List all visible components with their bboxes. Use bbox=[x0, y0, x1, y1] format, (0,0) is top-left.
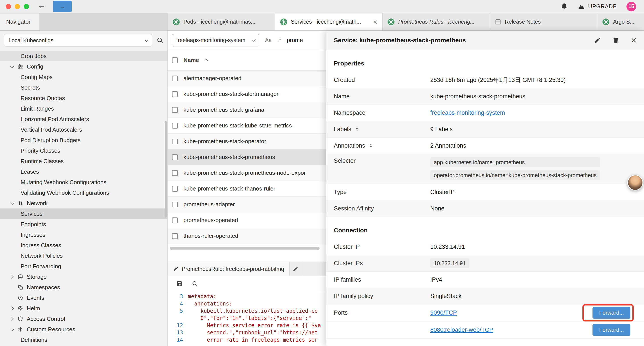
namespace-link[interactable]: freeleaps-monitoring-system bbox=[430, 109, 505, 116]
editor-search-icon[interactable] bbox=[192, 281, 198, 287]
expand-sort-icon[interactable] bbox=[368, 143, 374, 148]
horizontal-scrollbar-thumb[interactable] bbox=[170, 247, 320, 250]
sort-ascending-icon[interactable] bbox=[204, 58, 208, 62]
navigator-panel-tab[interactable]: Navigator bbox=[0, 13, 40, 30]
sidebar-item-secrets[interactable]: Secrets bbox=[0, 82, 168, 93]
sidebar-item-pod-disruption-budgets[interactable]: Pod Disruption Budgets bbox=[0, 135, 168, 145]
close-tab-icon[interactable]: × bbox=[373, 18, 378, 26]
select-all-checkbox[interactable] bbox=[172, 57, 178, 63]
sidebar-item-events[interactable]: Events bbox=[0, 293, 168, 303]
sidebar-item-helm[interactable]: Helm bbox=[0, 303, 168, 314]
row-checkbox[interactable] bbox=[172, 170, 178, 176]
kubeconfig-select[interactable]: Local Kubeconfigs bbox=[4, 34, 152, 46]
sidebar-item-validating-webhook-configurations[interactable]: Validating Webhook Configurations bbox=[0, 187, 168, 198]
chevron-right-icon bbox=[10, 317, 14, 321]
save-icon[interactable] bbox=[176, 280, 183, 287]
table-row[interactable]: kube-prometheus-stack-operator bbox=[168, 134, 326, 149]
close-icon[interactable]: × bbox=[631, 35, 636, 45]
sidebar-item-ingress-classes[interactable]: Ingress Classes bbox=[0, 240, 168, 251]
sidebar-item-horizontal-pod-autoscalers[interactable]: Horizontal Pod Autoscalers bbox=[0, 114, 168, 124]
sidebar-item-definitions[interactable]: Definitions bbox=[0, 335, 168, 345]
row-checkbox[interactable] bbox=[172, 154, 178, 160]
detail-row-ip-family-policy: IP family policy SingleStack bbox=[326, 288, 644, 304]
table-header: Name bbox=[168, 50, 326, 70]
tab-argo[interactable]: Argo S... bbox=[597, 13, 644, 30]
sidebar-item-resource-quotas[interactable]: Resource Quotas bbox=[0, 93, 168, 103]
notification-count-badge[interactable]: 15 bbox=[626, 2, 636, 11]
tab-release-notes[interactable]: Release Notes bbox=[490, 13, 597, 30]
sidebar-item-config[interactable]: Config bbox=[0, 61, 168, 72]
notification-bell-icon[interactable] bbox=[560, 3, 568, 10]
sidebar-item-cron-jobs[interactable]: Cron Jobs bbox=[0, 51, 168, 61]
dock-tab-prometheusrule[interactable]: PrometheusRule: freeleaps-prod-rabbitmq bbox=[168, 262, 290, 276]
row-checkbox[interactable] bbox=[172, 91, 178, 97]
sidebar-item-services[interactable]: Services bbox=[0, 209, 168, 219]
row-checkbox[interactable] bbox=[172, 139, 178, 144]
editor-code[interactable]: metadata: annotations: kubectl.kubernete… bbox=[188, 293, 326, 346]
yaml-editor[interactable]: 3 4 5 12 13 14 metadata: annotations: ku… bbox=[168, 291, 326, 346]
trash-icon[interactable] bbox=[612, 37, 620, 44]
maximize-window-button[interactable] bbox=[24, 4, 29, 9]
name-column-header[interactable]: Name bbox=[184, 57, 199, 63]
match-case-toggle[interactable]: Aa bbox=[265, 37, 272, 43]
sidebar-item-namespaces[interactable]: Namespaces bbox=[0, 282, 168, 293]
sidebar-item-network-policies[interactable]: Network Policies bbox=[0, 251, 168, 261]
row-checkbox[interactable] bbox=[172, 186, 178, 192]
navigator-title: Navigator bbox=[6, 18, 30, 25]
table-row[interactable]: prometheus-operated bbox=[168, 212, 326, 228]
dock-tab-partial[interactable] bbox=[290, 262, 302, 276]
table-row[interactable]: kube-prometheus-stack-grafana bbox=[168, 102, 326, 118]
sidebar-item-network[interactable]: Network bbox=[0, 198, 168, 209]
table-row[interactable]: kube-prometheus-stack-thanos-ruler bbox=[168, 181, 326, 197]
port-link[interactable]: 9090/TCP bbox=[430, 310, 457, 316]
table-row[interactable]: kube-prometheus-stack-alertmanager bbox=[168, 86, 326, 102]
table-row[interactable]: kube-prometheus-stack-prometheus-node-ex… bbox=[168, 165, 326, 181]
section-title-properties: Properties bbox=[334, 60, 636, 67]
edit-pencil-icon[interactable] bbox=[594, 37, 601, 44]
sidebar-item-config-maps[interactable]: Config Maps bbox=[0, 72, 168, 82]
minimize-window-button[interactable] bbox=[15, 4, 20, 9]
sidebar-item-leases[interactable]: Leases bbox=[0, 166, 168, 177]
sidebar-item-limit-ranges[interactable]: Limit Ranges bbox=[0, 103, 168, 114]
forward-icon[interactable]: → bbox=[53, 1, 72, 12]
row-checkbox[interactable] bbox=[172, 123, 178, 129]
table-row[interactable]: prometheus-adapter bbox=[168, 197, 326, 212]
tab-prometheus-rules[interactable]: Prometheus Rules - icecheng... bbox=[382, 13, 490, 30]
row-checkbox[interactable] bbox=[172, 75, 178, 81]
row-checkbox[interactable] bbox=[172, 233, 178, 239]
close-window-button[interactable] bbox=[6, 4, 11, 9]
search-query-text[interactable]: prome bbox=[287, 37, 303, 43]
sidebar-item-priority-classes[interactable]: Priority Classes bbox=[0, 145, 168, 156]
forward-button[interactable]: Forward... bbox=[592, 324, 630, 336]
regex-toggle[interactable]: .* bbox=[278, 37, 281, 43]
back-icon[interactable]: ← bbox=[38, 1, 46, 12]
row-checkbox[interactable] bbox=[172, 107, 178, 113]
sidebar-item-port-forwarding[interactable]: Port Forwarding bbox=[0, 261, 168, 272]
user-avatar[interactable] bbox=[627, 175, 643, 191]
sidebar-item-mutating-webhook-configurations[interactable]: Mutating Webhook Configurations bbox=[0, 177, 168, 187]
sidebar-item-endpoints[interactable]: Endpoints bbox=[0, 219, 168, 230]
upgrade-button[interactable]: UPGRADE bbox=[578, 3, 617, 10]
sidebar-search-icon[interactable] bbox=[156, 37, 164, 44]
table-row[interactable]: kube-prometheus-stack-kube-state-metrics bbox=[168, 118, 326, 134]
expand-sort-icon[interactable] bbox=[354, 127, 360, 132]
sidebar-item-ingresses[interactable]: Ingresses bbox=[0, 230, 168, 240]
namespace-select[interactable]: freeleaps-monitoring-system bbox=[172, 34, 259, 46]
service-detail-panel: Service: kube-prometheus-stack-prometheu… bbox=[326, 31, 644, 346]
detail-row-ports: Ports 9090/TCP Forward... 8080:reloader-… bbox=[326, 304, 644, 339]
port-link[interactable]: 8080:reloader-web/TCP bbox=[430, 327, 493, 333]
table-row-selected[interactable]: kube-prometheus-stack-prometheus bbox=[168, 149, 326, 165]
forward-button[interactable]: Forward... bbox=[592, 307, 630, 319]
row-checkbox[interactable] bbox=[172, 217, 178, 223]
tab-pods[interactable]: Pods - icecheng@mathmas... bbox=[168, 13, 275, 30]
sidebar-item-vertical-pod-autoscalers[interactable]: Vertical Pod Autoscalers bbox=[0, 124, 168, 135]
sidebar-item-access-control[interactable]: Access Control bbox=[0, 314, 168, 324]
sidebar-item-custom-resources[interactable]: Custom Resources bbox=[0, 324, 168, 335]
sidebar-scrollbar[interactable] bbox=[164, 121, 167, 217]
sidebar-item-storage[interactable]: Storage bbox=[0, 272, 168, 282]
tab-services[interactable]: Services - icecheng@math... × bbox=[275, 13, 382, 30]
table-row[interactable]: thanos-ruler-operated bbox=[168, 228, 326, 244]
row-checkbox[interactable] bbox=[172, 202, 178, 207]
table-row[interactable]: alertmanager-operated bbox=[168, 70, 326, 86]
sidebar-item-runtime-classes[interactable]: Runtime Classes bbox=[0, 156, 168, 166]
